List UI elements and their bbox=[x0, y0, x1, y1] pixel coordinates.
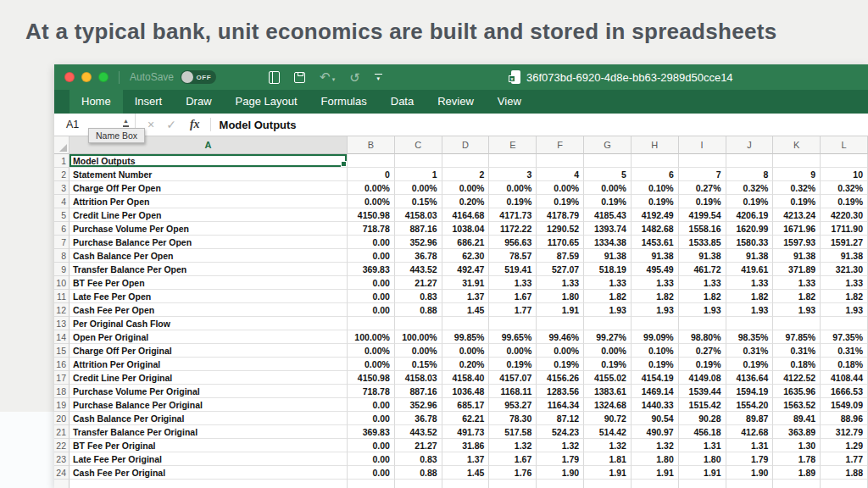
cell-C4[interactable]: 0.15% bbox=[395, 195, 442, 208]
cell-G22[interactable]: 1.32 bbox=[584, 439, 632, 452]
cell-G11[interactable]: 1.82 bbox=[584, 290, 632, 303]
cell-L17[interactable]: 4108.44 bbox=[821, 371, 868, 385]
cell-H2[interactable]: 6 bbox=[632, 168, 679, 181]
cell-C5[interactable]: 4158.03 bbox=[395, 208, 442, 222]
cell-F24[interactable]: 1.90 bbox=[537, 466, 584, 480]
cell-B1[interactable] bbox=[348, 154, 395, 168]
cell-E8[interactable]: 78.57 bbox=[489, 249, 537, 263]
cell-E15[interactable]: 0.00% bbox=[489, 344, 537, 358]
cell-E6[interactable]: 1172.22 bbox=[489, 222, 537, 236]
cell-B5[interactable]: 4150.98 bbox=[348, 208, 395, 222]
cell-D20[interactable]: 62.21 bbox=[442, 412, 490, 425]
cell-H13[interactable] bbox=[632, 317, 679, 330]
cell-J17[interactable]: 4136.64 bbox=[726, 371, 774, 385]
cell-K14[interactable]: 97.85% bbox=[773, 330, 821, 344]
cell-J16[interactable]: 0.19% bbox=[726, 358, 774, 371]
cell-A11[interactable]: Late Fee Per Open bbox=[70, 290, 348, 303]
cell-G3[interactable]: 0.00% bbox=[584, 181, 632, 195]
cell-K22[interactable]: 1.30 bbox=[773, 439, 821, 452]
row-header-5[interactable]: 5 bbox=[54, 208, 70, 222]
cell-A5[interactable]: Credit Line Per Open bbox=[70, 208, 348, 222]
cell-E5[interactable]: 4171.73 bbox=[489, 208, 537, 222]
column-header-G[interactable]: G bbox=[584, 136, 632, 154]
cell-C10[interactable]: 21.27 bbox=[395, 276, 442, 290]
row-header-12[interactable]: 12 bbox=[54, 303, 70, 317]
cell-D9[interactable]: 492.47 bbox=[442, 263, 490, 276]
cell-K3[interactable]: 0.32% bbox=[773, 181, 821, 195]
cell-I20[interactable]: 90.28 bbox=[679, 412, 726, 425]
cell-E16[interactable]: 0.19% bbox=[489, 358, 537, 371]
workbook-icon[interactable] bbox=[269, 71, 280, 84]
cell-A12[interactable]: Cash Fee Per Open bbox=[70, 303, 348, 317]
cell-L3[interactable]: 0.32% bbox=[821, 181, 868, 195]
column-header-J[interactable]: J bbox=[726, 136, 774, 154]
cell-I9[interactable]: 461.72 bbox=[679, 263, 726, 276]
cell-J13[interactable] bbox=[726, 317, 774, 330]
cell-J5[interactable]: 4206.19 bbox=[726, 208, 774, 222]
cell-C6[interactable]: 887.16 bbox=[395, 222, 442, 236]
cell-I14[interactable]: 98.80% bbox=[679, 330, 726, 344]
cell-F3[interactable]: 0.00% bbox=[537, 181, 584, 195]
cell-partial[interactable] bbox=[632, 480, 679, 488]
save-icon[interactable] bbox=[294, 72, 305, 83]
cell-K9[interactable]: 371.89 bbox=[773, 263, 821, 276]
cell-K15[interactable]: 0.31% bbox=[773, 344, 821, 358]
row-header-9[interactable]: 9 bbox=[54, 263, 70, 276]
cell-B16[interactable]: 0.00% bbox=[348, 358, 395, 371]
cell-I8[interactable]: 91.38 bbox=[679, 249, 726, 263]
cell-partial[interactable] bbox=[584, 480, 632, 488]
cancel-icon[interactable]: × bbox=[147, 118, 154, 131]
cell-K16[interactable]: 0.18% bbox=[773, 358, 821, 371]
cell-F17[interactable]: 4156.26 bbox=[537, 371, 584, 385]
cell-H6[interactable]: 1482.68 bbox=[632, 222, 679, 236]
cell-F16[interactable]: 0.19% bbox=[537, 358, 584, 371]
column-header-H[interactable]: H bbox=[632, 136, 679, 154]
cell-J7[interactable]: 1580.33 bbox=[726, 236, 774, 249]
cell-E19[interactable]: 953.27 bbox=[489, 398, 537, 412]
cell-G8[interactable]: 91.38 bbox=[584, 249, 632, 263]
cell-F4[interactable]: 0.19% bbox=[537, 195, 584, 208]
cell-J12[interactable]: 1.93 bbox=[726, 303, 774, 317]
row-header-14[interactable]: 14 bbox=[54, 330, 70, 344]
cell-F15[interactable]: 0.00% bbox=[537, 344, 584, 358]
cell-G18[interactable]: 1383.61 bbox=[584, 385, 632, 398]
cell-G19[interactable]: 1324.68 bbox=[584, 398, 632, 412]
cell-H5[interactable]: 4192.49 bbox=[632, 208, 679, 222]
cell-I13[interactable] bbox=[679, 317, 726, 330]
cell-B14[interactable]: 100.00% bbox=[348, 330, 395, 344]
cell-I6[interactable]: 1558.16 bbox=[679, 222, 726, 236]
cell-A16[interactable]: Attrition Per Original bbox=[70, 358, 348, 371]
cell-partial[interactable] bbox=[821, 480, 868, 488]
cell-I17[interactable]: 4149.08 bbox=[679, 371, 726, 385]
cell-L19[interactable]: 1549.09 bbox=[821, 398, 868, 412]
cell-G15[interactable]: 0.00% bbox=[584, 344, 632, 358]
cell-J4[interactable]: 0.19% bbox=[726, 195, 774, 208]
cell-A23[interactable]: Late Fee Per Original bbox=[70, 452, 348, 466]
cell-A18[interactable]: Purchase Volume Per Original bbox=[70, 385, 348, 398]
cell-E1[interactable] bbox=[489, 154, 537, 168]
cell-H23[interactable]: 1.80 bbox=[632, 452, 679, 466]
cell-G4[interactable]: 0.19% bbox=[584, 195, 632, 208]
row-header-8[interactable]: 8 bbox=[54, 249, 70, 263]
cell-J6[interactable]: 1620.99 bbox=[726, 222, 774, 236]
cell-C23[interactable]: 0.83 bbox=[395, 452, 442, 466]
cell-H11[interactable]: 1.82 bbox=[632, 290, 679, 303]
cell-B11[interactable]: 0.00 bbox=[348, 290, 395, 303]
cell-G10[interactable]: 1.33 bbox=[584, 276, 632, 290]
cell-G13[interactable] bbox=[584, 317, 632, 330]
cell-D10[interactable]: 31.91 bbox=[442, 276, 490, 290]
cell-C19[interactable]: 352.96 bbox=[395, 398, 442, 412]
cell-F8[interactable]: 87.59 bbox=[537, 249, 584, 263]
cell-I23[interactable]: 1.80 bbox=[679, 452, 726, 466]
cell-D17[interactable]: 4158.40 bbox=[442, 371, 490, 385]
cell-D1[interactable] bbox=[442, 154, 490, 168]
cell-L10[interactable]: 1.33 bbox=[821, 276, 868, 290]
cell-C2[interactable]: 1 bbox=[395, 168, 442, 181]
cell-J2[interactable]: 8 bbox=[726, 168, 774, 181]
cell-C15[interactable]: 0.00% bbox=[395, 344, 442, 358]
cell-G2[interactable]: 5 bbox=[584, 168, 632, 181]
cell-D5[interactable]: 4164.68 bbox=[442, 208, 490, 222]
cell-B12[interactable]: 0.00 bbox=[348, 303, 395, 317]
cell-L23[interactable]: 1.77 bbox=[821, 452, 868, 466]
cell-partial[interactable] bbox=[348, 480, 395, 488]
